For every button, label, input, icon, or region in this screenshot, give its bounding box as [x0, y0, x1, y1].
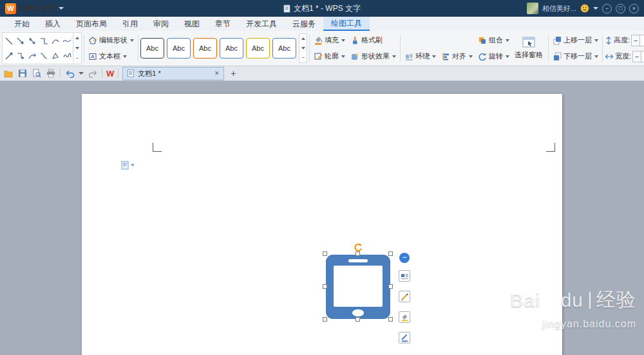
- user-avatar[interactable]: [527, 3, 538, 14]
- document-icon: [283, 5, 290, 13]
- height-decrease-button[interactable]: −: [631, 35, 640, 46]
- shape-tool-scribble[interactable]: [61, 49, 72, 63]
- shape-tool-elbow-connector[interactable]: [38, 34, 49, 48]
- shape-tool-curve[interactable]: [61, 34, 72, 48]
- tab-insert[interactable]: 插入: [37, 17, 68, 31]
- tab-cloud-service[interactable]: 云服务: [285, 17, 323, 31]
- resize-handle-e[interactable]: [388, 284, 393, 289]
- quick-style-button[interactable]: [399, 332, 410, 343]
- save-button[interactable]: [17, 68, 28, 78]
- phone-home-button: [352, 309, 364, 316]
- redo-button[interactable]: [88, 68, 98, 78]
- resize-handle-sw[interactable]: [323, 317, 327, 322]
- shape-style-item-1[interactable]: Abc: [140, 38, 164, 59]
- tab-review[interactable]: 审阅: [146, 17, 176, 31]
- maximize-button[interactable]: □: [616, 4, 625, 14]
- align-label: 对齐: [452, 51, 466, 61]
- shape-tool-double-arrow[interactable]: [26, 34, 37, 48]
- tab-view[interactable]: 视图: [176, 17, 207, 31]
- shape-tool-s-curve[interactable]: [38, 49, 49, 63]
- edit-shape-group: 编辑形状 文本框: [86, 32, 136, 64]
- shape-tool-line[interactable]: [3, 34, 14, 48]
- quick-outline-button[interactable]: [399, 291, 410, 302]
- shape-effects-button[interactable]: 形状效果: [348, 51, 398, 62]
- shape-tool-arrow[interactable]: [15, 34, 26, 48]
- resize-handle-n[interactable]: [355, 251, 360, 256]
- tab-section[interactable]: 章节: [207, 17, 238, 31]
- resize-handle-w[interactable]: [323, 284, 327, 289]
- style-scroll-down-button[interactable]: [299, 44, 307, 53]
- send-backward-button[interactable]: 下移一层: [551, 51, 600, 62]
- undo-button[interactable]: [64, 68, 75, 78]
- shapes-more-button[interactable]: [73, 53, 81, 64]
- smartphone-shape[interactable]: [326, 255, 390, 319]
- ribbon-separator: [548, 35, 549, 62]
- shape-style-item-3[interactable]: Abc: [193, 38, 217, 59]
- bring-forward-button[interactable]: 上移一层: [551, 35, 600, 46]
- style-scroll-up-button[interactable]: [299, 34, 307, 44]
- document-page[interactable]: [82, 94, 562, 355]
- up-arrow-icon: [301, 37, 305, 40]
- resize-handle-ne[interactable]: [388, 251, 393, 256]
- wrap-text-button[interactable]: 环绕: [402, 51, 438, 62]
- undo-chevron-icon[interactable]: [79, 72, 84, 75]
- print-preview-button[interactable]: [32, 68, 42, 78]
- shape-tool-curved-connector[interactable]: [50, 34, 61, 48]
- shape-tool-elbow-arrow[interactable]: [15, 49, 26, 63]
- tab-developer[interactable]: 开发工具: [238, 17, 285, 31]
- tab-references[interactable]: 引用: [115, 17, 146, 31]
- new-document-tab-button[interactable]: +: [228, 69, 238, 78]
- shapes-scroll-down-button[interactable]: [73, 43, 81, 53]
- resize-handle-se[interactable]: [388, 317, 393, 322]
- shape-tool-curved-arrow[interactable]: [26, 49, 37, 63]
- shape-tool-freeform[interactable]: [50, 49, 61, 63]
- shapes-scroll-up-button[interactable]: [73, 33, 81, 43]
- chevron-down-icon: [392, 55, 396, 58]
- minimize-button[interactable]: −: [602, 4, 612, 14]
- watermark-url: jingyan.baidu.com: [510, 318, 636, 330]
- toolbar-separator: [60, 69, 61, 78]
- tab-close-button[interactable]: ×: [214, 69, 219, 77]
- height-value[interactable]: 2.54厘米: [640, 35, 644, 46]
- insert-shapes-gallery: [2, 32, 82, 64]
- shape-style-item-4[interactable]: Abc: [220, 38, 243, 59]
- user-name[interactable]: 相信美好...: [542, 4, 576, 14]
- shape-tool-arrow-down-right[interactable]: [3, 49, 14, 63]
- account-chevron-icon[interactable]: [593, 7, 598, 10]
- align-button[interactable]: 对齐: [439, 51, 475, 62]
- fill-outline-group: 填充 格式刷 轮廓 形状效果: [312, 32, 398, 64]
- quick-fill-button[interactable]: [399, 311, 410, 323]
- shape-style-item-2[interactable]: Abc: [167, 38, 191, 59]
- tab-drawing-tools[interactable]: 绘图工具: [323, 17, 370, 31]
- outline-button[interactable]: 轮廓: [312, 51, 347, 62]
- shape-effects-icon: [350, 52, 359, 61]
- tab-page-layout[interactable]: 页面布局: [68, 17, 115, 31]
- width-decrease-button[interactable]: −: [632, 51, 641, 62]
- text-box-button[interactable]: 文本框: [86, 51, 136, 62]
- format-painter-button[interactable]: 格式刷: [348, 35, 384, 46]
- wps-home-button[interactable]: W: [106, 69, 114, 78]
- open-button[interactable]: [3, 68, 14, 78]
- resize-handle-nw[interactable]: [323, 251, 327, 256]
- collapse-quick-toolbar-button[interactable]: −: [399, 253, 410, 263]
- width-value[interactable]: 2.54厘米: [641, 51, 644, 62]
- smiley-icon[interactable]: [580, 4, 589, 13]
- print-button[interactable]: [46, 68, 56, 78]
- shape-style-item-5[interactable]: Abc: [246, 38, 270, 59]
- group-button[interactable]: 组合: [476, 35, 511, 46]
- fill-button[interactable]: 填充: [312, 35, 347, 46]
- selection-pane-button[interactable]: 选择窗格: [511, 32, 546, 64]
- quick-wrap-options-button[interactable]: [399, 270, 410, 282]
- page-options-button[interactable]: [121, 161, 135, 170]
- ribbon-separator: [309, 35, 310, 62]
- style-more-button[interactable]: [299, 53, 307, 62]
- close-button[interactable]: ×: [629, 4, 639, 14]
- rotate-button[interactable]: 旋转: [476, 51, 511, 62]
- resize-handle-s[interactable]: [355, 317, 360, 322]
- titlebar-right-cluster: 相信美好... − □ ×: [523, 3, 639, 14]
- tab-home[interactable]: 开始: [6, 17, 37, 31]
- document-tab-active[interactable]: 文档1 * ×: [122, 67, 224, 80]
- shape-style-item-6[interactable]: Abc: [272, 38, 296, 59]
- edit-shape-button[interactable]: 编辑形状: [86, 35, 136, 46]
- folder-icon: [4, 69, 13, 78]
